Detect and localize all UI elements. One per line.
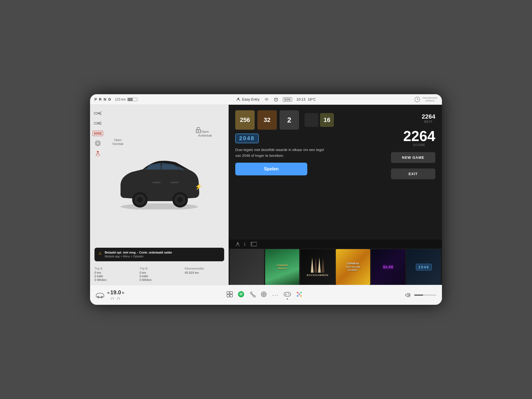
trip-b-label: Trip B bbox=[140, 267, 179, 270]
svg-point-47 bbox=[300, 295, 302, 297]
spotify-button[interactable] bbox=[238, 291, 244, 299]
app-dock: ··· bbox=[227, 291, 303, 299]
cast-icon bbox=[251, 242, 257, 247]
climate-controls: ◀ 19.0 ▶ bbox=[96, 289, 125, 301]
front-trunk-label: Open Voorbak bbox=[112, 138, 123, 146]
airbag-status: PASSENGER AIRBAG bbox=[414, 96, 438, 103]
car-illustration: ⚡ bbox=[109, 149, 209, 209]
battery-bar bbox=[127, 98, 137, 101]
tile-16: 16 bbox=[320, 113, 334, 127]
seat-icon-1 bbox=[110, 296, 115, 301]
tile-empty-1 bbox=[305, 113, 318, 127]
game-logo: 2048 bbox=[235, 134, 385, 143]
airbag-label: PASSENGER AIRBAG bbox=[423, 97, 438, 102]
svg-point-43 bbox=[289, 294, 289, 295]
thumbnail-cuphead[interactable]: CUPHEAD"Don't Deal withthe DEVIL" bbox=[336, 249, 370, 285]
bottom-navigation-bar: ◀ 19.0 ▶ bbox=[90, 285, 442, 305]
thumbnail-2048[interactable]: 2048 bbox=[406, 249, 441, 285]
trip-info-area: Trip A 0 km 0 kWh 0 Wh/km Trip B 0 km 0 … bbox=[90, 265, 229, 285]
trip-b-km: 0 km bbox=[140, 271, 179, 274]
car-bottom-icon bbox=[96, 292, 104, 298]
volume-slider[interactable] bbox=[414, 295, 436, 296]
svg-point-45 bbox=[300, 292, 302, 293]
warning-icon: ⚠ bbox=[98, 251, 102, 256]
range-display: 123 km bbox=[115, 98, 126, 101]
time-temp-display: 10:13 18°C bbox=[296, 97, 316, 101]
thumbnail-partial[interactable] bbox=[230, 249, 264, 285]
odometer-label: Kilometerteller bbox=[185, 267, 224, 270]
svg-point-42 bbox=[288, 293, 289, 294]
easy-entry-indicator: Easy Entry bbox=[236, 97, 260, 102]
temperature-control[interactable]: ◀ 19.0 ▶ bbox=[107, 289, 125, 296]
trip-b-whkm: 0 Wh/km bbox=[140, 278, 179, 282]
game-2048-area: 256 32 2 16 bbox=[229, 105, 442, 239]
battery-area: 123 km bbox=[115, 98, 137, 101]
temp-up-arrow[interactable]: ▶ bbox=[122, 291, 125, 295]
svg-rect-39 bbox=[284, 292, 291, 296]
alert-main-text: Betaald opl. niet mog. - Contr. onbetaal… bbox=[105, 250, 172, 255]
play-button[interactable]: Spelen bbox=[235, 163, 307, 175]
game-thumbnails-row: STARDEWVALLEY BACKGAMMON bbox=[229, 249, 442, 285]
more-button[interactable]: ··· bbox=[272, 292, 279, 298]
svg-point-44 bbox=[297, 292, 298, 293]
volume-icon bbox=[405, 292, 411, 298]
thumbnail-backgammon[interactable]: BACKGAMMON bbox=[300, 249, 335, 285]
svg-rect-34 bbox=[230, 295, 232, 297]
thumbnail-game4[interactable]: GL50 bbox=[371, 249, 406, 285]
tile-32: 32 bbox=[257, 110, 277, 130]
game-footer: 1 bbox=[229, 239, 442, 249]
trip-a-col: Trip A 0 km 0 kWh 0 Wh/km bbox=[94, 267, 134, 282]
alarm-icon bbox=[273, 97, 278, 102]
status-bar: P R N D 123 km Easy Entry bbox=[90, 94, 442, 105]
entertainment-panel: 256 32 2 16 bbox=[229, 105, 442, 285]
game-left-section: 256 32 2 16 bbox=[235, 110, 385, 234]
wifi-icon bbox=[264, 98, 269, 101]
temp-display: 18°C bbox=[308, 97, 316, 101]
current-score-area: 2264 SCORE bbox=[403, 129, 435, 147]
person-icon bbox=[236, 97, 241, 102]
svg-rect-31 bbox=[227, 291, 229, 294]
car-view: Open Voorbak Open Achterbak bbox=[90, 105, 229, 248]
phone-button[interactable] bbox=[249, 291, 255, 299]
payment-alert: ⚠ Betaald opl. niet mog. - Contr. onbeta… bbox=[94, 248, 224, 261]
svg-point-38 bbox=[263, 294, 264, 295]
exit-button[interactable]: EXIT bbox=[391, 168, 435, 179]
game-right-section: 2264 BEST 2264 SCORE NEW GAME EXIT bbox=[391, 110, 435, 234]
svg-point-23 bbox=[177, 197, 183, 203]
trip-a-kwh: 0 kWh bbox=[94, 275, 134, 278]
svg-point-20 bbox=[137, 197, 143, 203]
new-game-button[interactable]: NEW GAME bbox=[391, 152, 435, 163]
temp-down-arrow[interactable]: ◀ bbox=[107, 291, 109, 295]
svg-text:⚡: ⚡ bbox=[195, 183, 203, 190]
airbag-icon bbox=[414, 96, 420, 103]
tile-256: 256 bbox=[235, 110, 255, 130]
prnd-display: P R N D bbox=[94, 97, 111, 101]
camera-button[interactable] bbox=[260, 291, 267, 299]
odometer-col: Kilometerteller 45.919 km bbox=[185, 267, 224, 282]
lock-status-icon bbox=[196, 127, 201, 134]
player-count: 1 bbox=[244, 242, 246, 246]
best-score-value: 2264 bbox=[422, 113, 435, 120]
time-display: 10:13 bbox=[296, 97, 306, 101]
current-score-value: 2264 bbox=[403, 129, 435, 143]
apps-grid-button[interactable] bbox=[227, 291, 233, 299]
logo-text: 2048 bbox=[239, 135, 255, 142]
easy-entry-label: Easy Entry bbox=[242, 97, 260, 101]
trip-a-whkm: 0 Wh/km bbox=[94, 278, 134, 282]
svg-point-48 bbox=[298, 293, 300, 295]
best-score-area: 2264 BEST bbox=[422, 113, 435, 123]
game-description: Duw tegels met dezelfde waarde in elkaar… bbox=[235, 147, 329, 159]
party-mode-button[interactable] bbox=[296, 291, 303, 299]
tiles-row: 256 32 2 16 bbox=[235, 110, 385, 130]
svg-point-17 bbox=[121, 203, 198, 209]
svg-rect-26 bbox=[170, 182, 179, 183]
trip-b-col: Trip B 0 km 0 kWh 0 Wh/km bbox=[140, 267, 179, 282]
thumbnail-stardew-valley[interactable]: STARDEWVALLEY bbox=[265, 249, 300, 285]
car-status-panel: 300E ! bbox=[90, 105, 229, 285]
players-icon bbox=[235, 242, 240, 247]
gamepad-button[interactable] bbox=[284, 291, 291, 298]
volume-control bbox=[405, 292, 436, 298]
trip-a-label: Trip A bbox=[94, 267, 134, 270]
svg-point-16 bbox=[198, 131, 199, 132]
odometer-value: 45.919 km bbox=[185, 271, 224, 274]
